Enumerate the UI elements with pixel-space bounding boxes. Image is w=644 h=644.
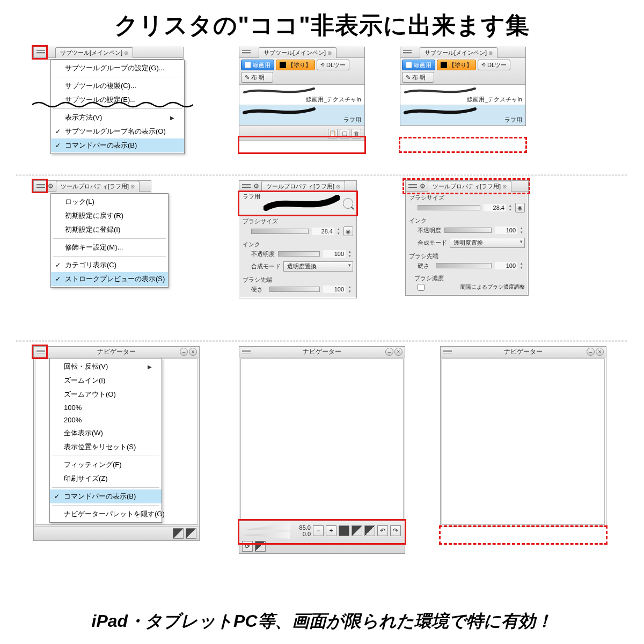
menu-zoomout[interactable]: ズームアウト(O) [50, 387, 162, 401]
gear-icon[interactable]: ⚙ [48, 182, 54, 190]
menu-duplicate[interactable]: サブツールの複製(C)... [51, 79, 184, 93]
minimize-icon[interactable]: – [587, 348, 595, 356]
minimize-icon[interactable]: – [385, 348, 393, 356]
density-checkbox[interactable] [418, 284, 425, 291]
fit-icon[interactable] [339, 525, 349, 536]
menu-200[interactable]: 200% [50, 414, 162, 426]
blend-select[interactable]: 透明度置換 [283, 261, 353, 272]
gear-icon[interactable]: ⚙ [253, 182, 259, 190]
brush-item[interactable]: 線画用_テクスチャin [239, 85, 364, 105]
menu-icon[interactable] [402, 49, 412, 56]
menu-fitting[interactable]: フィッティング(F) [50, 458, 162, 472]
menu-icon[interactable] [36, 49, 46, 56]
flip-h-icon[interactable] [352, 525, 362, 536]
rotate-ccw-icon[interactable]: ↶ [377, 525, 388, 536]
menu-icon[interactable] [408, 182, 418, 190]
opacity-slider[interactable] [444, 228, 492, 233]
menu-category[interactable]: カテゴリ表示(C) [51, 258, 168, 272]
toolprop-tab[interactable]: ツールプロパティ[ラフ用]⊗ [428, 181, 511, 192]
close-icon[interactable]: ⊗ [124, 50, 128, 56]
menu-show-cmdbar[interactable]: コマンドバーの表示(B) [50, 489, 162, 503]
flip-v-icon[interactable] [364, 525, 375, 536]
minimize-icon[interactable]: – [180, 348, 188, 356]
brush-item[interactable]: ラフ用 [400, 105, 525, 126]
menu-icon[interactable] [36, 348, 46, 356]
menu-reset[interactable]: 初期設定に戻す(R) [51, 209, 168, 223]
subtool-tab[interactable]: サブツール[メインペン]⊗ [420, 47, 497, 58]
zoom-slider[interactable] [242, 523, 290, 530]
subtool-tab[interactable]: サブツール[メインペン]⊗ [55, 47, 133, 58]
hardness-slider[interactable] [269, 287, 320, 292]
mirror-icon[interactable] [255, 541, 266, 552]
menu-reset-pos[interactable]: 表示位置をリセット(S) [50, 440, 162, 454]
opacity-value[interactable]: 100 [323, 250, 346, 258]
paste-icon[interactable]: 📋 [328, 129, 338, 138]
menu-icon[interactable] [241, 49, 251, 56]
rotate-slider[interactable] [242, 531, 290, 539]
group-line-button[interactable]: 線画用 [241, 60, 274, 70]
close-icon[interactable]: × [394, 348, 402, 356]
stepper-icon[interactable]: ▴▾ [507, 203, 514, 212]
menu-icon[interactable] [443, 348, 452, 356]
menu-print-size[interactable]: 印刷サイズ(Z) [50, 472, 162, 486]
group-line-button[interactable]: 線画用 [402, 60, 435, 70]
opacity-value[interactable]: 100 [495, 226, 517, 234]
toolprop-tab[interactable]: ツールプロパティ[ラフ用]⊗ [261, 181, 345, 192]
navigator-canvas[interactable] [240, 358, 404, 519]
menu-lock[interactable]: ロック(L) [51, 195, 168, 209]
link-icon[interactable]: ◉ [515, 203, 525, 213]
opacity-slider[interactable] [278, 251, 320, 257]
menu-group-settings[interactable]: サブツールグループの設定(G)... [51, 61, 184, 75]
close-icon[interactable]: ⊗ [488, 50, 493, 56]
close-icon[interactable]: × [189, 348, 197, 356]
menu-display-method[interactable]: 表示方法(V)▶ [51, 111, 184, 125]
hardness-value[interactable]: 100 [495, 262, 517, 269]
menu-100[interactable]: 100% [50, 401, 162, 414]
menu-icon[interactable] [36, 182, 46, 190]
rotate-cw-icon[interactable]: ↷ [390, 525, 401, 536]
group-dl-button[interactable]: ⟲DLツー [317, 60, 349, 70]
brush-item[interactable]: 線画用_テクスチャin [400, 85, 525, 105]
menu-register[interactable]: 初期設定に登録(I) [51, 223, 168, 237]
menu-show-groupname[interactable]: サブツールグループ名の表示(O) [51, 125, 184, 138]
group-cloth-button[interactable]: ✎布 明 [241, 72, 273, 83]
gear-icon[interactable]: ⚙ [420, 182, 426, 190]
group-fill-button[interactable]: 【塗り】 [276, 60, 315, 70]
menu-rotate[interactable]: 回転・反転(V)▶ [50, 360, 162, 374]
stepper-icon[interactable]: ▴▾ [335, 227, 342, 236]
menu-zoomin[interactable]: ズームイン(I) [50, 374, 162, 387]
magnifier-icon[interactable] [343, 198, 353, 209]
close-icon[interactable]: × [596, 348, 604, 356]
reset-rotate-icon[interactable]: ⟳ [242, 541, 253, 552]
new-icon[interactable]: ▢ [340, 129, 349, 138]
zoom-out-icon[interactable]: − [313, 525, 324, 536]
menu-modkey[interactable]: 修飾キー設定(M)... [51, 240, 168, 254]
close-icon[interactable]: ⊗ [327, 50, 332, 56]
menu-icon[interactable] [241, 348, 251, 356]
stepper-icon[interactable]: ▴▾ [347, 285, 353, 294]
hardness-slider[interactable] [436, 263, 492, 268]
trash-icon[interactable]: 🗑 [352, 129, 361, 138]
group-fill-button[interactable]: 【塗り】 [437, 60, 476, 70]
menu-stroke-preview[interactable]: ストロークプレビューの表示(S) [51, 272, 168, 286]
brush-item[interactable]: ラフ用 [239, 105, 364, 126]
brush-size-value[interactable]: 28.4 [484, 204, 506, 211]
brush-size-slider[interactable] [418, 205, 480, 210]
zoom-in-icon[interactable]: + [326, 525, 336, 536]
menu-icon[interactable] [241, 182, 251, 190]
navigator-canvas[interactable] [442, 358, 605, 525]
blend-select[interactable]: 透明度置換 [450, 238, 525, 248]
hardness-value[interactable]: 100 [323, 286, 346, 293]
group-cloth-button[interactable]: ✎布 明 [402, 72, 434, 83]
group-dl-button[interactable]: ⟲DLツー [478, 60, 510, 70]
flip-icon[interactable] [186, 528, 196, 539]
brush-size-value[interactable]: 28.4 [312, 228, 334, 235]
menu-fit[interactable]: 全体表示(W) [50, 426, 162, 440]
menu-show-commandbar[interactable]: コマンドバーの表示(B) [51, 138, 184, 152]
menu-hide-palette[interactable]: ナビゲーターパレットを隠す(G) [50, 507, 162, 521]
flip-icon[interactable] [173, 528, 184, 539]
toolprop-tab[interactable]: ツールプロパティ[ラフ用]⊗ [56, 181, 140, 192]
link-icon[interactable]: ◉ [343, 226, 353, 236]
brush-size-slider[interactable] [251, 229, 309, 234]
stepper-icon[interactable]: ▴▾ [347, 250, 353, 258]
